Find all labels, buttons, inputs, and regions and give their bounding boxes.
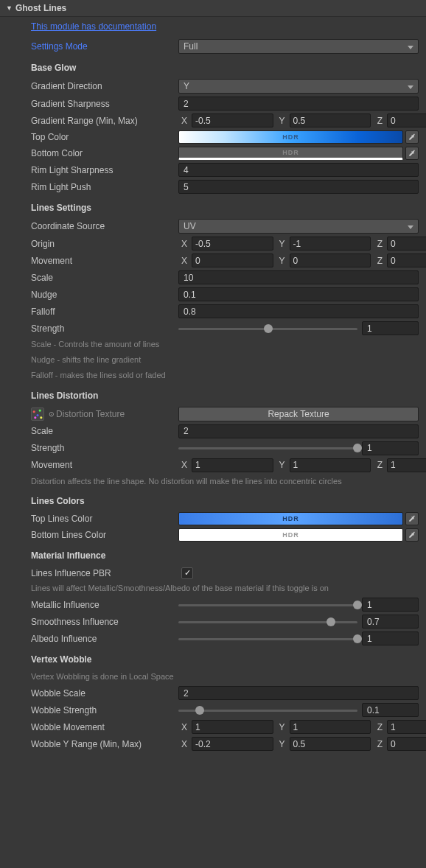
top-color-label: Top Color: [31, 132, 178, 142]
movement-label: Movement: [31, 256, 178, 266]
settings-mode-dropdown[interactable]: Full: [178, 39, 419, 54]
wobble-strength-slider[interactable]: [178, 704, 357, 717]
documentation-link[interactable]: This module has documentation: [0, 17, 426, 38]
distortion-strength-value[interactable]: [362, 441, 419, 455]
rim-sharpness-label: Rim Light Sharpness: [31, 165, 178, 175]
metallic-value[interactable]: [362, 598, 419, 612]
eyedropper-icon[interactable]: [405, 512, 419, 525]
distortion-scale-label: Scale: [31, 426, 178, 436]
bottom-lines-color-label: Bottom Lines Color: [31, 530, 178, 540]
origin-y[interactable]: [290, 237, 371, 251]
rim-sharpness-input[interactable]: [178, 163, 419, 177]
wobble-yrange-label: Wobble Y Range (Min, Max): [31, 739, 178, 749]
top-lines-color-swatch[interactable]: HDR: [178, 512, 403, 525]
smoothness-slider[interactable]: [178, 615, 357, 629]
albedo-value[interactable]: [362, 631, 419, 645]
texture-slot[interactable]: [31, 407, 44, 421]
repack-texture-button[interactable]: Repack Texture: [178, 407, 419, 421]
lines-influence-pbr-checkbox[interactable]: ✓: [181, 567, 193, 579]
rim-push-label: Rim Light Push: [31, 182, 178, 192]
strength-label: Strength: [31, 323, 178, 334]
distortion-strength-slider[interactable]: [178, 441, 357, 455]
wobble-yrange-x[interactable]: [192, 737, 273, 751]
falloff-input[interactable]: [178, 304, 419, 318]
bottom-lines-color-swatch[interactable]: HDR: [178, 528, 403, 542]
section-lines-settings: Lines Settings: [0, 195, 426, 217]
wobble-movement-label: Wobble Movement: [31, 722, 178, 732]
distortion-movement-x[interactable]: [192, 458, 273, 472]
smoothness-value[interactable]: [362, 615, 419, 629]
distortion-movement-z[interactable]: [387, 458, 426, 472]
movement-z[interactable]: [387, 253, 426, 267]
eyedropper-icon[interactable]: [405, 528, 419, 542]
eyedropper-icon[interactable]: [405, 147, 419, 160]
top-color-swatch[interactable]: HDR: [178, 130, 403, 144]
hint-text: Nudge - shifts the line gradient: [0, 352, 426, 368]
bottom-color-label: Bottom Color: [31, 148, 178, 158]
wobble-scale-input[interactable]: [178, 686, 419, 700]
gradient-direction-label: Gradient Direction: [31, 81, 178, 91]
origin-x[interactable]: [192, 237, 273, 251]
component-title: Ghost Lines: [15, 3, 66, 13]
albedo-slider[interactable]: [178, 632, 357, 645]
wobble-scale-label: Wobble Scale: [31, 688, 178, 699]
hint-text: Falloff - makes the lines sold or faded: [0, 368, 426, 383]
bottom-color-swatch[interactable]: HDR: [178, 147, 403, 160]
wobble-strength-value[interactable]: [362, 703, 419, 717]
wobble-yrange-y[interactable]: [290, 737, 371, 751]
wobble-movement-x[interactable]: [192, 720, 273, 734]
origin-z[interactable]: [387, 237, 426, 251]
eyedropper-icon[interactable]: [405, 130, 419, 144]
scale-label: Scale: [31, 273, 178, 283]
check-icon: ✓: [184, 568, 191, 578]
metallic-label: Metallic Influence: [31, 600, 178, 610]
distortion-scale-input[interactable]: [178, 424, 419, 438]
movement-y[interactable]: [290, 253, 371, 267]
gradient-range-x[interactable]: [192, 113, 273, 127]
gradient-sharpness-label: Gradient Sharpness: [31, 99, 178, 109]
hint-text: Scale - Controls the amount of lines: [0, 337, 426, 352]
axis-y-label: Y: [276, 116, 287, 126]
section-vertex-wobble: Vertex Wobble: [0, 647, 426, 669]
section-material-influence: Material Influence: [0, 543, 426, 565]
distortion-movement-label: Movement: [31, 460, 178, 470]
gradient-range-y[interactable]: [290, 113, 371, 127]
movement-x[interactable]: [192, 253, 273, 267]
nudge-input[interactable]: [178, 287, 419, 301]
gradient-direction-dropdown[interactable]: Y: [178, 79, 419, 94]
wobble-movement-z[interactable]: [387, 720, 426, 734]
hint-text: Vertex Wobbling is done in Local Space: [0, 669, 426, 685]
settings-mode-label: Settings Mode: [31, 41, 178, 52]
foldout-icon: ▼: [6, 4, 13, 12]
section-lines-distortion: Lines Distortion: [0, 383, 426, 405]
falloff-label: Falloff: [31, 307, 178, 317]
nudge-label: Nudge: [31, 290, 178, 300]
rim-push-input[interactable]: [178, 180, 419, 194]
strength-slider[interactable]: [178, 322, 357, 335]
gradient-range-z[interactable]: [387, 113, 426, 127]
hint-text: Distortion affects the line shape. No di…: [0, 474, 426, 489]
strength-value[interactable]: [362, 321, 419, 335]
gradient-range-label: Gradient Range (Min, Max): [31, 116, 178, 126]
wobble-movement-y[interactable]: [290, 720, 371, 734]
gradient-sharpness-input[interactable]: [178, 97, 419, 111]
section-base-glow: Base Glow: [0, 55, 426, 77]
hint-text: Lines will affect Metallic/Smoothness/Al…: [0, 581, 426, 596]
distortion-movement-y[interactable]: [290, 458, 371, 472]
smoothness-label: Smoothness Influence: [31, 617, 178, 627]
top-lines-color-label: Top Lines Color: [31, 514, 178, 524]
metallic-slider[interactable]: [178, 598, 357, 612]
axis-x-label: X: [178, 116, 189, 126]
coordinate-source-dropdown[interactable]: UV: [178, 219, 419, 234]
section-lines-colors: Lines Colors: [0, 489, 426, 511]
distortion-strength-label: Strength: [31, 443, 178, 453]
coordinate-source-label: Coordinate Source: [31, 221, 178, 231]
scale-input[interactable]: [178, 270, 419, 284]
distortion-texture-label: Distortion Texture: [56, 409, 125, 419]
object-picker-icon[interactable]: ⊙: [47, 410, 56, 418]
albedo-label: Albedo Influence: [31, 634, 178, 644]
origin-label: Origin: [31, 239, 178, 249]
wobble-strength-label: Wobble Strength: [31, 705, 178, 715]
wobble-yrange-z[interactable]: [387, 737, 426, 751]
component-header[interactable]: ▼ Ghost Lines: [0, 0, 426, 17]
